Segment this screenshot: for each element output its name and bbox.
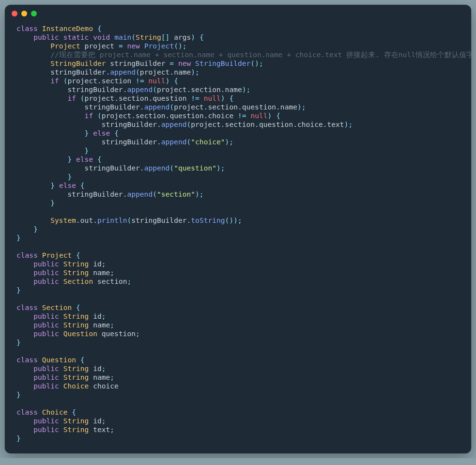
token-punct: . <box>221 120 225 128</box>
token-space <box>89 373 93 381</box>
code-line: stringBuilder.append(project.section.que… <box>16 103 466 111</box>
token-space <box>93 111 97 120</box>
zoom-icon[interactable] <box>31 11 37 16</box>
token-call: append <box>144 103 170 111</box>
token-punct: . <box>238 103 242 111</box>
window-titlebar <box>5 5 471 22</box>
token-type: Choice <box>42 408 68 416</box>
token-space <box>16 77 50 85</box>
token-space <box>59 33 63 41</box>
code-window: class InstanceDemo { public static void … <box>5 5 471 453</box>
token-ident: question <box>242 103 276 111</box>
token-ident: question <box>169 111 203 120</box>
token-punct: { <box>76 303 80 311</box>
code-line: stringBuilder.append("section"); <box>16 190 466 199</box>
close-icon[interactable] <box>12 11 17 16</box>
token-space <box>16 164 85 172</box>
code-editor[interactable]: class InstanceDemo { public static void … <box>5 22 471 453</box>
token-punct: ); <box>344 120 353 128</box>
token-punct: . <box>157 120 161 128</box>
token-punct: ); <box>297 103 306 111</box>
token-type: StringBuilder <box>50 59 106 67</box>
token-kw: public <box>33 268 59 277</box>
code-line: } <box>16 390 466 399</box>
token-space <box>110 33 114 41</box>
token-punct: ; <box>127 277 132 285</box>
token-type: String <box>63 373 89 381</box>
token-kw: public <box>33 33 59 41</box>
code-line: class Section { <box>16 303 466 312</box>
token-space <box>38 408 42 416</box>
token-space <box>169 33 174 41</box>
token-space <box>16 268 33 277</box>
token-kw: public <box>33 321 59 329</box>
token-punct: ; <box>110 321 114 329</box>
code-line: public String name; <box>16 373 466 382</box>
token-call: append <box>127 85 153 93</box>
token-space <box>72 303 76 311</box>
token-ident: stringBuilder <box>85 103 140 111</box>
token-ident: section <box>97 277 127 285</box>
code-line: //现在需要把 project.name + section.name + qu… <box>16 50 466 59</box>
token-punct: . <box>106 68 110 76</box>
token-space <box>16 321 33 329</box>
token-space <box>89 417 93 425</box>
code-line: StringBuilder stringBuilder = new String… <box>16 59 466 68</box>
token-space <box>16 417 33 425</box>
token-punct: ( <box>153 85 157 93</box>
token-space <box>59 373 63 381</box>
token-punct: ; <box>102 364 106 372</box>
token-ident: name <box>93 268 110 277</box>
token-punct: { <box>76 251 80 259</box>
minimize-icon[interactable] <box>21 11 27 16</box>
token-ident: choice <box>93 382 119 390</box>
token-ident: name <box>280 103 297 111</box>
token-ident: project <box>67 77 97 85</box>
token-type: String <box>136 33 161 41</box>
token-space <box>59 364 63 372</box>
token-punct: != <box>136 77 144 85</box>
code-line: class Question { <box>16 356 466 364</box>
token-ident: id <box>93 417 102 425</box>
token-type: Question <box>42 356 76 364</box>
token-punct: = <box>119 42 123 50</box>
token-punct: . <box>140 164 144 172</box>
token-ident: out <box>80 216 93 224</box>
token-punct: ; <box>136 329 140 338</box>
code-line <box>16 294 466 303</box>
token-call: append <box>161 120 187 128</box>
code-line: stringBuilder.append(project.section.que… <box>16 120 466 129</box>
token-punct: [] <box>161 33 170 41</box>
token-punct: (); <box>250 59 263 67</box>
token-punct: . <box>293 120 297 128</box>
token-space <box>59 277 63 285</box>
token-punct: . <box>323 120 327 128</box>
token-type: String <box>63 417 89 425</box>
token-punct: { <box>229 94 233 102</box>
token-space <box>16 312 33 320</box>
token-ident: stringBuilder <box>67 190 123 198</box>
token-space <box>16 382 33 390</box>
token-ident: stringBuilder <box>131 216 186 224</box>
token-ident: section <box>191 85 221 93</box>
token-punct: ) <box>268 111 272 120</box>
token-punct: . <box>148 94 153 102</box>
code-line: } <box>16 233 466 242</box>
code-line: if (project.section != null) { <box>16 77 466 85</box>
token-ident: project <box>174 103 204 111</box>
token-ident: section <box>119 94 149 102</box>
token-punct: . <box>276 103 280 111</box>
token-space <box>59 417 63 425</box>
token-punct: ; <box>110 373 114 381</box>
token-type: Question <box>63 329 97 338</box>
token-space <box>233 111 238 120</box>
token-space <box>16 329 33 338</box>
token-punct: } <box>16 338 21 346</box>
token-space <box>16 172 67 181</box>
code-line: } <box>16 146 466 155</box>
token-space <box>89 33 93 41</box>
token-type: String <box>63 260 89 268</box>
token-punct: } <box>16 434 21 442</box>
token-kw: public <box>33 329 59 338</box>
code-line: } else { <box>16 129 466 138</box>
